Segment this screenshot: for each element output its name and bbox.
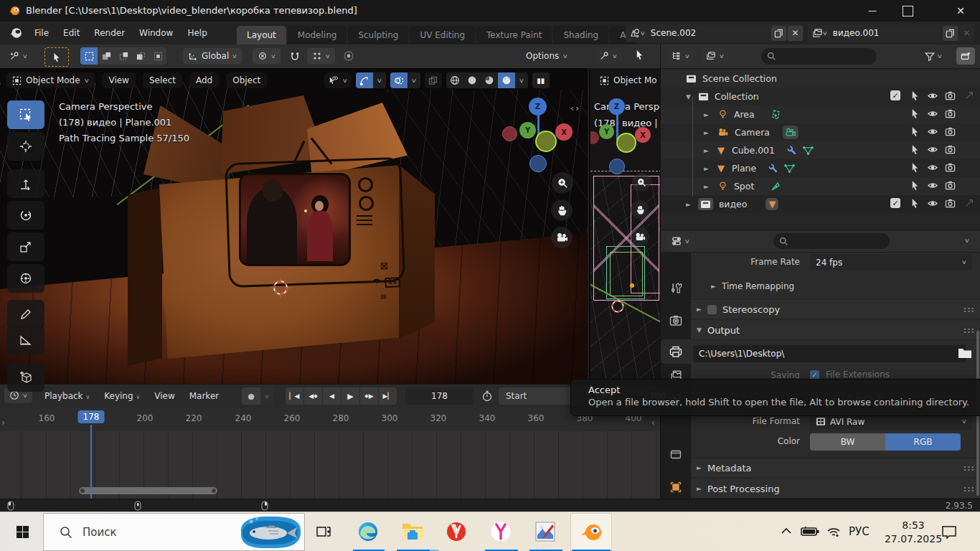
properties-options-chevron[interactable]: ∨ — [964, 237, 970, 244]
scene-icon[interactable] — [630, 28, 641, 39]
outliner-editor-menu[interactable]: ∨ — [666, 48, 694, 64]
record-button[interactable]: ● — [242, 387, 260, 405]
minimize-button[interactable]: — — [858, 2, 887, 19]
workspace-tab-uv-editing[interactable]: UV Editing — [410, 26, 475, 44]
collection-checkbox[interactable]: ✓ — [890, 90, 900, 100]
workspace-tab-sculpting[interactable]: Sculpting — [348, 26, 408, 44]
search-highlight-fish-image[interactable] — [237, 514, 303, 550]
maximize-button[interactable] — [903, 6, 913, 17]
select-visibility-dropdown[interactable]: ∨ — [324, 72, 352, 88]
unlink-scene-icon[interactable]: ✕ — [788, 26, 803, 41]
timeline-tracks[interactable] — [0, 431, 660, 499]
tool-transform-button[interactable] — [7, 264, 44, 293]
menu-render[interactable]: Render — [87, 28, 132, 38]
tab-output-active[interactable] — [661, 339, 691, 364]
gizmos-toggle[interactable] — [356, 72, 373, 88]
select-mode-invert-button[interactable] — [132, 47, 149, 65]
render-camera-icon[interactable] — [945, 162, 956, 173]
task-view-button[interactable] — [307, 513, 340, 550]
collection-checkbox[interactable]: ✓ — [890, 198, 900, 208]
current-frame-field[interactable]: 178 — [405, 387, 473, 405]
scene-selector-chevron[interactable]: ∨ — [640, 30, 646, 37]
tool-cursor-button[interactable] — [7, 132, 44, 161]
new-scene-icon[interactable] — [771, 26, 786, 41]
hide-eye-icon[interactable] — [927, 180, 938, 191]
vp2-gizmo-y[interactable]: Y — [599, 124, 614, 139]
menu-file[interactable]: File — [27, 28, 56, 38]
vp2-mode-dropdown[interactable]: Object Mo — [593, 72, 661, 88]
outliner-row-plane[interactable]: ► ▼ Plane — [661, 159, 980, 177]
pan-view-button[interactable] — [551, 199, 573, 221]
view-layer-selector[interactable]: ∨ видео.001 ✕ — [808, 24, 974, 42]
gizmo-axis-minus-z[interactable] — [529, 155, 547, 172]
expand-icon[interactable]: ► — [704, 165, 709, 172]
metadata-section[interactable]: ► Metadata ::: — [691, 458, 980, 478]
snap-target-dropdown[interactable]: ∨ — [253, 48, 281, 64]
tray-clock[interactable]: 8:53 27.07.2025 — [881, 519, 946, 546]
area-light-data-icon[interactable] — [771, 109, 782, 121]
select-mode-new-button[interactable] — [80, 47, 98, 65]
blender-menu-logo-icon[interactable] — [9, 27, 22, 39]
mode-dropdown[interactable]: Object Mode ∨ — [6, 72, 95, 88]
overlays-dropdown[interactable]: ∨ — [407, 72, 420, 88]
vp2-gizmo-minus-y-hover[interactable] — [616, 133, 636, 153]
camera-data-badge[interactable] — [783, 126, 798, 139]
close-button[interactable]: ✕ — [950, 3, 971, 19]
output-section-header[interactable]: ▼ Output ::: — [691, 321, 980, 340]
selectable-icon[interactable] — [910, 90, 920, 101]
expand-icon[interactable]: ► — [704, 111, 709, 118]
start-button[interactable] — [6, 513, 39, 550]
hide-eye-icon[interactable] — [927, 126, 938, 137]
gizmo-axis-minus-x[interactable] — [502, 126, 517, 141]
taskbar-blender-slot[interactable] — [570, 513, 612, 551]
tool-settings-editor-menu[interactable]: ∨ — [4, 48, 32, 64]
tray-chevron-up-icon[interactable] — [781, 527, 792, 535]
workspace-tab-texture-paint[interactable]: Texture Paint — [476, 26, 552, 44]
gizmo-axis-minus-y-hover[interactable] — [535, 131, 557, 152]
selectable-icon[interactable] — [910, 162, 920, 173]
gizmo-axis-y[interactable]: Y — [519, 122, 536, 138]
vp2-gizmo-minus-x[interactable] — [589, 131, 599, 144]
tool-annotate-button[interactable] — [7, 300, 44, 329]
selectable-icon[interactable] — [910, 126, 920, 137]
open-file-browser-button[interactable] — [958, 347, 972, 359]
gizmo-axis-x[interactable]: X — [555, 123, 573, 141]
tool-add-cube-button[interactable] — [7, 363, 44, 392]
modifier-wrench-icon[interactable] — [768, 163, 778, 174]
gizmo-axis-z[interactable]: Z — [529, 98, 547, 116]
new-view-layer-icon[interactable] — [943, 26, 958, 41]
prev-keyframe-button[interactable]: ◀◆ — [304, 387, 323, 405]
select-mode-intersect-button[interactable] — [149, 47, 166, 65]
scene-selector[interactable]: ∨ Scene.002 ✕ — [626, 24, 804, 42]
select-mode-extend-button[interactable] — [98, 47, 115, 65]
selectable-icon[interactable] — [910, 108, 920, 119]
render-camera-icon[interactable] — [945, 108, 956, 119]
timeline-scrollbar[interactable] — [79, 487, 217, 494]
mesh-data-icon[interactable] — [784, 164, 795, 174]
play-button[interactable]: ▶ — [341, 387, 360, 405]
shading-rendered-button[interactable] — [498, 72, 515, 88]
active-tool-cursor-icon-2[interactable] — [634, 50, 645, 60]
outliner-row-cube001[interactable]: ► ▼ Cube.001 — [661, 141, 980, 159]
workspace-tab-layout[interactable]: Layout — [237, 26, 286, 44]
overlays-toggle[interactable] — [390, 72, 407, 88]
vp2-navigation-gizmo[interactable]: Z Y X — [590, 97, 661, 169]
render-camera-icon[interactable] — [945, 90, 956, 101]
ruler-scroll-left-arrow[interactable]: › — [1, 418, 5, 428]
xray-toggle[interactable] — [425, 72, 442, 88]
outliner-row-scene-collection[interactable]: Scene Collection — [661, 70, 980, 88]
scrollbar-right-handle[interactable] — [212, 489, 216, 493]
shading-wireframe-button[interactable] — [446, 72, 463, 88]
tool-measure-button[interactable] — [7, 326, 44, 354]
next-keyframe-button[interactable]: ◆▶ — [360, 387, 379, 405]
record-dropdown[interactable]: ∨ — [260, 387, 273, 405]
taskbar-yandex-icon[interactable] — [440, 513, 473, 550]
properties-editor-menu[interactable]: ∨ — [666, 233, 694, 249]
selectable-icon[interactable] — [910, 144, 920, 155]
outliner-row-area[interactable]: ► Area — [661, 105, 980, 123]
stereoscopy-checkbox[interactable] — [707, 305, 717, 314]
expand-icon[interactable]: ► — [704, 147, 709, 154]
taskbar-paint-icon[interactable] — [529, 513, 562, 550]
jump-to-start-button[interactable]: ▏◀ — [286, 387, 304, 405]
current-frame-badge[interactable]: 178 — [78, 410, 105, 423]
